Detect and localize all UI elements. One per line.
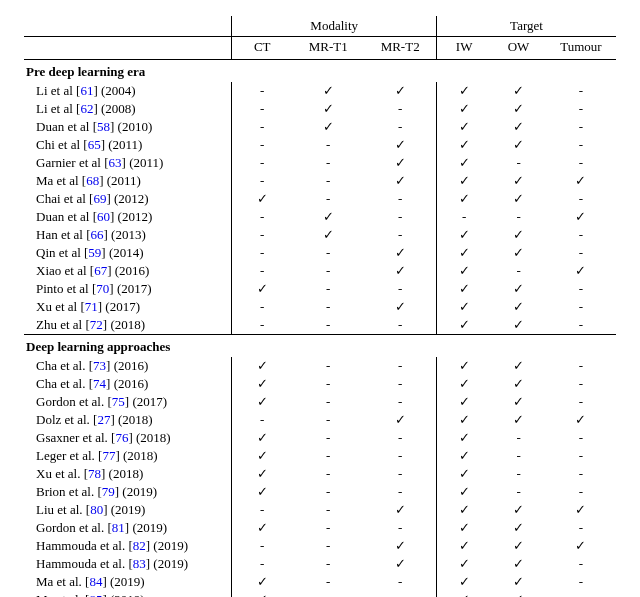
reference-cell: Ma et al. [85] (2019) [24,591,232,597]
tumour-cell: - [546,591,616,597]
tumour-cell: - [546,519,616,537]
col-mrt2: MR-T2 [364,37,436,60]
iw-cell: ✓ [437,555,492,573]
ow-cell: ✓ [491,375,546,393]
tumour-cell: - [546,465,616,483]
mrt1-cell: ✓ [292,226,364,244]
tumour-cell: - [546,483,616,501]
col-iw: IW [437,37,492,60]
tumour-cell: - [546,190,616,208]
mrt2-cell: ✓ [364,154,436,172]
mrt1-cell: - [292,262,364,280]
tumour-cell: - [546,573,616,591]
citation-link[interactable]: 58 [97,119,110,134]
ct-cell: - [232,262,292,280]
mrt2-cell: - [364,280,436,298]
citation-link[interactable]: 85 [89,592,102,597]
citation-link[interactable]: 82 [133,538,146,553]
mrt1-cell: - [292,483,364,501]
iw-cell: ✓ [437,316,492,335]
citation-link[interactable]: 77 [102,448,115,463]
ct-cell: ✓ [232,519,292,537]
literature-table: Modality Target CT MR-T1 MR-T2 IW OW Tum… [24,16,616,597]
citation-link[interactable]: 27 [97,412,110,427]
iw-cell: - [437,208,492,226]
reference-cell: Li et al [62] (2008) [24,100,232,118]
mrt1-cell: - [292,244,364,262]
citation-link[interactable]: 74 [93,376,106,391]
modality-group-header: Modality [232,16,437,37]
citation-link[interactable]: 70 [96,281,109,296]
ow-cell: ✓ [491,411,546,429]
ct-cell: ✓ [232,429,292,447]
citation-link[interactable]: 67 [94,263,107,278]
mrt1-cell: - [292,465,364,483]
mrt2-cell: - [364,447,436,465]
mrt2-cell: - [364,190,436,208]
mrt2-cell: - [364,357,436,375]
mrt1-cell: - [292,393,364,411]
ct-cell: ✓ [232,465,292,483]
citation-link[interactable]: 81 [112,520,125,535]
citation-link[interactable]: 62 [80,101,93,116]
tumour-cell: - [546,244,616,262]
reference-cell: Duan et al [58] (2010) [24,118,232,136]
mrt1-cell: - [292,537,364,555]
citation-link[interactable]: 83 [133,556,146,571]
ct-cell: - [232,537,292,555]
citation-link[interactable]: 80 [90,502,103,517]
reference-cell: Li et al [61] (2004) [24,82,232,100]
reference-cell: Ma et al [68] (2011) [24,172,232,190]
iw-cell: ✓ [437,573,492,591]
reference-cell: Gordon et al. [81] (2019) [24,519,232,537]
reference-cell: Qin et al [59] (2014) [24,244,232,262]
ow-cell: ✓ [491,501,546,519]
citation-link[interactable]: 59 [88,245,101,260]
citation-link[interactable]: 76 [115,430,128,445]
tumour-cell: ✓ [546,172,616,190]
mrt2-cell: - [364,483,436,501]
mrt1-cell: - [292,172,364,190]
citation-link[interactable]: 72 [90,317,103,332]
citation-link[interactable]: 60 [97,209,110,224]
reference-cell: Xu et al [71] (2017) [24,298,232,316]
ct-cell: - [232,226,292,244]
reference-cell: Ma et al. [84] (2019) [24,573,232,591]
ct-cell: - [232,82,292,100]
mrt2-cell: - [364,465,436,483]
mrt2-cell: - [364,208,436,226]
citation-link[interactable]: 66 [91,227,104,242]
col-mrt1: MR-T1 [292,37,364,60]
citation-link[interactable]: 65 [88,137,101,152]
citation-link[interactable]: 75 [112,394,125,409]
section-header: Pre deep learning era [24,60,616,83]
citation-link[interactable]: 69 [93,191,106,206]
citation-link[interactable]: 73 [93,358,106,373]
citation-link[interactable]: 79 [102,484,115,499]
ct-cell: - [232,208,292,226]
citation-link[interactable]: 71 [85,299,98,314]
ow-cell: ✓ [491,280,546,298]
reference-cell: Liu et al. [80] (2019) [24,501,232,519]
ow-cell: - [491,483,546,501]
reference-cell: Cha et al. [74] (2016) [24,375,232,393]
col-ct: CT [232,37,292,60]
ct-cell: - [232,555,292,573]
ct-cell: - [232,172,292,190]
iw-cell: ✓ [437,591,492,597]
citation-link[interactable]: 63 [109,155,122,170]
reference-cell: Garnier et al [63] (2011) [24,154,232,172]
tumour-cell: - [546,447,616,465]
tumour-cell: - [546,429,616,447]
citation-link[interactable]: 84 [89,574,102,589]
iw-cell: ✓ [437,375,492,393]
citation-link[interactable]: 78 [88,466,101,481]
tumour-cell: - [546,154,616,172]
reference-cell: Zhu et al [72] (2018) [24,316,232,335]
reference-cell: Xiao et al [67] (2016) [24,262,232,280]
mrt1-cell: - [292,573,364,591]
citation-link[interactable]: 68 [86,173,99,188]
citation-link[interactable]: 61 [80,83,93,98]
mrt2-cell: ✓ [364,501,436,519]
ct-cell: - [232,100,292,118]
